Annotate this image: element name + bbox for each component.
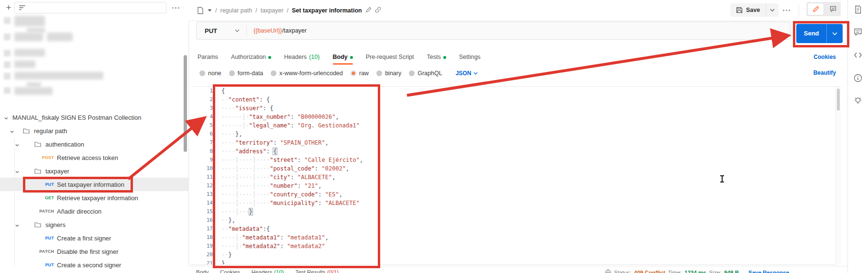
send-button[interactable]: Send [796, 24, 843, 43]
tree-request-retrieve-access-token[interactable]: POSTRetrieve access token [0, 151, 188, 164]
body-mode-binary[interactable]: binary [376, 70, 401, 77]
chevron-down-icon[interactable] [15, 142, 20, 147]
tree-folder-authentication[interactable]: authentication [0, 137, 188, 151]
documentation-icon[interactable] [854, 5, 862, 14]
line-number: 3 [191, 104, 218, 113]
tree-request-a-adir-direccion[interactable]: PATCHAñadir direccion [0, 205, 188, 218]
save-button[interactable]: Save [730, 3, 766, 17]
chevron-down-icon[interactable] [15, 222, 20, 227]
breadcrumb-segment-regular-path[interactable]: regular path [220, 7, 252, 14]
body-mode-graphql[interactable]: GraphQL [409, 70, 442, 77]
tree-folder-signers[interactable]: signers [0, 218, 188, 231]
redacted-icon [4, 73, 11, 80]
link-icon[interactable] [375, 7, 381, 14]
response-tab-body[interactable]: Body [196, 269, 209, 273]
request-file-icon[interactable] [197, 7, 204, 14]
new-item-icon[interactable]: + [4, 2, 13, 13]
mode-label: raw [359, 70, 369, 77]
tab-settings[interactable]: Settings [459, 49, 481, 65]
code-content: ······│·"legal_name": "Org. Gestionada1" [221, 121, 360, 130]
size-label: Size: [709, 270, 722, 273]
tree-request-set-taxpayer-information[interactable]: PUTSet taxpayer information [0, 178, 188, 191]
save-options-button[interactable] [766, 3, 779, 17]
tree-collection[interactable]: MANUAL_fiskaly SIGN ES Postman Collectio… [0, 111, 188, 124]
method-select[interactable]: PUT [197, 27, 246, 34]
breadcrumb-segment-taxpayer[interactable]: taxpayer [261, 7, 284, 14]
tab-authorization[interactable]: Authorization [231, 49, 271, 65]
editor-scrollbar[interactable] [835, 87, 841, 265]
code-content: { [221, 87, 225, 95]
method-badge-put: PUT [15, 182, 54, 187]
code-token: "address" [235, 148, 266, 155]
code-content: ····"address": { [221, 147, 277, 156]
tab-params[interactable]: Params [198, 49, 218, 65]
beautify-link[interactable]: Beautify [813, 69, 836, 76]
chevron-down-icon[interactable] [10, 128, 14, 133]
edit-mode-button[interactable] [808, 3, 824, 15]
radio-binary[interactable] [376, 70, 382, 76]
indent-whitespace: ····│····│···· [221, 182, 270, 189]
comments-icon[interactable] [854, 28, 862, 36]
radio-form-data[interactable] [229, 70, 235, 76]
send-options-button[interactable] [826, 24, 843, 43]
sidebar-scrollbar[interactable] [184, 55, 187, 152]
editor-scrollbar-thumb[interactable] [837, 89, 840, 111]
body-mode-none[interactable]: none [199, 70, 221, 77]
response-tab-headers[interactable]: Headers(10) [252, 269, 284, 273]
redacted-item [14, 16, 45, 26]
body-mode-raw[interactable]: raw [351, 70, 369, 77]
body-mode-form-data[interactable]: form-data [229, 70, 264, 77]
cookies-link[interactable]: Cookies [813, 54, 836, 60]
tree-request-create-a-second-signer[interactable]: PUTCreate a second signer [0, 258, 188, 272]
code-token: , [325, 234, 329, 241]
method-badge-patch: PATCH [15, 209, 54, 214]
url-input[interactable]: {{baseUrl}}/taxpayer [246, 25, 790, 36]
tree-request-disable-the-first-signer[interactable]: PATCHDisable the first signer [0, 245, 188, 258]
sidebar-more-icon[interactable] [172, 7, 179, 9]
tab-tests[interactable]: Tests [427, 49, 446, 65]
tab-body[interactable]: Body [333, 49, 353, 65]
radio-none[interactable] [199, 70, 205, 76]
code-token: "city" [270, 174, 290, 181]
line-number: 15 [191, 207, 218, 216]
tab-headers[interactable]: Headers(10) [284, 49, 319, 65]
code-line: 13····│····│····"country_code": "ES", [191, 190, 841, 199]
folder-icon [34, 222, 41, 228]
radio-raw[interactable] [351, 70, 356, 76]
response-tab-cookies[interactable]: Cookies [220, 269, 240, 273]
indent-whitespace: ···· [221, 131, 235, 137]
code-token: "SPAIN_OTHER" [280, 139, 325, 146]
response-tab-test-results[interactable]: Test Results(0/1) [296, 269, 339, 273]
code-content: ··} [221, 250, 232, 259]
indent-whitespace: ····│····│···· [221, 157, 270, 163]
chevron-down-icon[interactable] [15, 169, 20, 173]
language-select[interactable]: JSON [456, 70, 478, 77]
tree-request-create-a-first-signer[interactable]: PUTCreate a first signer [0, 231, 188, 245]
gutter-divider [218, 87, 218, 264]
tree-folder-taxpayer[interactable]: taxpayer [0, 164, 188, 178]
redacted-item [14, 87, 53, 95]
save-response-link[interactable]: Save Response [748, 270, 789, 273]
response-tab-label: Cookies [220, 269, 240, 273]
body-mode-x-www-form-urlencoded[interactable]: x-www-form-urlencoded [271, 70, 343, 77]
chevron-down-icon[interactable] [4, 115, 9, 120]
info-icon[interactable] [854, 74, 862, 82]
breadcrumb-separator: / [215, 7, 217, 14]
comment-mode-button[interactable] [825, 3, 841, 15]
code-token: "metadata" [228, 226, 263, 232]
tree-request-retrieve-taxpayer-information[interactable]: GETRetrieve taxpayer information [0, 191, 188, 205]
tab-pre-request-script[interactable]: Pre-request Script [366, 49, 414, 65]
search-input[interactable] [14, 2, 166, 13]
radio-x-www-form-urlencoded[interactable] [271, 70, 276, 76]
header-divider [799, 5, 799, 16]
redacted-item [47, 33, 73, 41]
request-more-icon[interactable] [783, 10, 790, 11]
radio-graphql[interactable] [409, 70, 415, 76]
folder-icon [34, 141, 41, 147]
code-snippet-icon[interactable] [854, 51, 862, 59]
lightbulb-icon[interactable] [854, 96, 862, 105]
tree-folder-regular-path[interactable]: regular path [0, 124, 188, 137]
file-caret-icon[interactable] [208, 9, 212, 12]
rename-icon[interactable] [365, 7, 372, 14]
body-editor[interactable]: 1{2··"content": {3····"issuer": {4······… [191, 86, 841, 265]
